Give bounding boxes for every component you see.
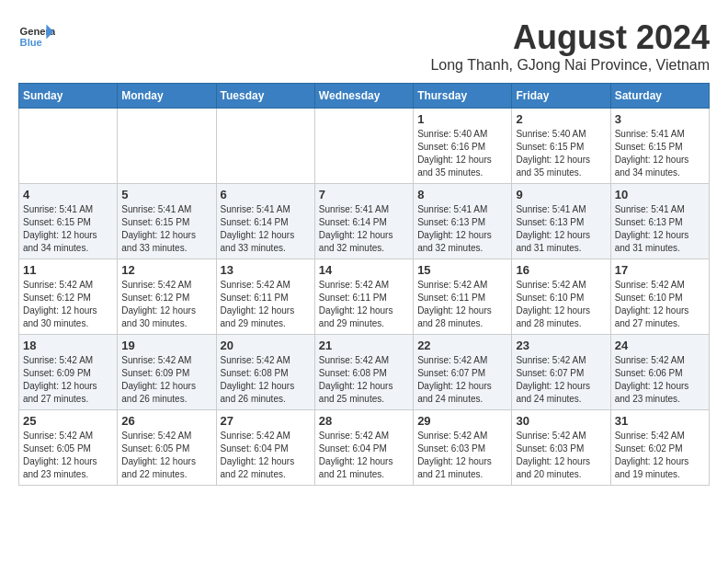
day-info: Sunrise: 5:41 AM Sunset: 6:15 PM Dayligh… [615, 128, 705, 179]
calendar-cell: 5Sunrise: 5:41 AM Sunset: 6:15 PM Daylig… [118, 184, 216, 259]
day-info: Sunrise: 5:41 AM Sunset: 6:13 PM Dayligh… [615, 203, 705, 255]
calendar-cell: 3Sunrise: 5:41 AM Sunset: 6:15 PM Daylig… [610, 109, 709, 184]
day-number: 1 [417, 112, 507, 126]
day-info: Sunrise: 5:42 AM Sunset: 6:10 PM Dayligh… [615, 279, 705, 330]
day-number: 5 [121, 188, 211, 201]
location-title: Long Thanh, GJong Nai Province, Vietnam [430, 57, 710, 74]
day-info: Sunrise: 5:41 AM Sunset: 6:13 PM Dayligh… [516, 203, 606, 255]
calendar-cell: 27Sunrise: 5:42 AM Sunset: 6:04 PM Dayli… [216, 410, 314, 486]
calendar-cell: 21Sunrise: 5:42 AM Sunset: 6:08 PM Dayli… [314, 335, 413, 410]
calendar-cell: 1Sunrise: 5:40 AM Sunset: 6:16 PM Daylig… [414, 109, 512, 184]
day-number: 22 [417, 339, 507, 352]
day-info: Sunrise: 5:42 AM Sunset: 6:02 PM Dayligh… [615, 430, 705, 481]
calendar-cell [314, 109, 413, 184]
day-number: 6 [221, 188, 311, 201]
calendar-cell: 22Sunrise: 5:42 AM Sunset: 6:07 PM Dayli… [414, 335, 512, 410]
day-info: Sunrise: 5:42 AM Sunset: 6:11 PM Dayligh… [417, 279, 507, 330]
day-number: 31 [615, 414, 705, 428]
calendar-week-row: 4Sunrise: 5:41 AM Sunset: 6:15 PM Daylig… [19, 184, 710, 259]
calendar-week-row: 25Sunrise: 5:42 AM Sunset: 6:05 PM Dayli… [19, 410, 710, 486]
weekday-header: Wednesday [314, 84, 413, 109]
day-info: Sunrise: 5:42 AM Sunset: 6:08 PM Dayligh… [319, 354, 409, 406]
day-info: Sunrise: 5:41 AM Sunset: 6:14 PM Dayligh… [319, 203, 409, 255]
day-info: Sunrise: 5:40 AM Sunset: 6:15 PM Dayligh… [516, 128, 606, 179]
day-number: 26 [121, 414, 211, 428]
calendar-week-row: 11Sunrise: 5:42 AM Sunset: 6:12 PM Dayli… [19, 259, 710, 335]
calendar-cell: 17Sunrise: 5:42 AM Sunset: 6:10 PM Dayli… [610, 259, 709, 335]
day-number: 16 [516, 263, 606, 277]
day-number: 23 [516, 339, 606, 352]
calendar-cell: 10Sunrise: 5:41 AM Sunset: 6:13 PM Dayli… [610, 184, 709, 259]
calendar-cell: 31Sunrise: 5:42 AM Sunset: 6:02 PM Dayli… [610, 410, 709, 486]
calendar-cell: 25Sunrise: 5:42 AM Sunset: 6:05 PM Dayli… [19, 410, 118, 486]
calendar-cell: 23Sunrise: 5:42 AM Sunset: 6:07 PM Dayli… [512, 335, 610, 410]
day-info: Sunrise: 5:42 AM Sunset: 6:10 PM Dayligh… [516, 279, 606, 330]
day-number: 20 [221, 339, 311, 352]
day-info: Sunrise: 5:42 AM Sunset: 6:06 PM Dayligh… [615, 354, 705, 406]
day-number: 14 [319, 263, 409, 277]
day-number: 24 [615, 339, 705, 352]
calendar-cell [19, 109, 118, 184]
calendar-cell: 6Sunrise: 5:41 AM Sunset: 6:14 PM Daylig… [216, 184, 314, 259]
calendar-cell: 24Sunrise: 5:42 AM Sunset: 6:06 PM Dayli… [610, 335, 709, 410]
day-info: Sunrise: 5:42 AM Sunset: 6:09 PM Dayligh… [23, 354, 113, 406]
day-number: 10 [615, 188, 705, 201]
weekday-header: Saturday [610, 84, 709, 109]
day-info: Sunrise: 5:41 AM Sunset: 6:15 PM Dayligh… [121, 203, 211, 255]
day-number: 18 [23, 339, 113, 352]
day-info: Sunrise: 5:42 AM Sunset: 6:03 PM Dayligh… [516, 430, 606, 481]
day-info: Sunrise: 5:42 AM Sunset: 6:09 PM Dayligh… [121, 354, 211, 406]
calendar-cell: 15Sunrise: 5:42 AM Sunset: 6:11 PM Dayli… [414, 259, 512, 335]
day-number: 8 [417, 188, 507, 201]
weekday-header: Monday [118, 84, 216, 109]
day-number: 13 [221, 263, 311, 277]
calendar-cell: 18Sunrise: 5:42 AM Sunset: 6:09 PM Dayli… [19, 335, 118, 410]
calendar-cell: 13Sunrise: 5:42 AM Sunset: 6:11 PM Dayli… [216, 259, 314, 335]
weekday-header: Thursday [414, 84, 512, 109]
day-info: Sunrise: 5:42 AM Sunset: 6:12 PM Dayligh… [23, 279, 113, 330]
header-row: SundayMondayTuesdayWednesdayThursdayFrid… [19, 84, 710, 109]
day-info: Sunrise: 5:41 AM Sunset: 6:15 PM Dayligh… [23, 203, 113, 255]
calendar-cell: 20Sunrise: 5:42 AM Sunset: 6:08 PM Dayli… [216, 335, 314, 410]
calendar-cell: 28Sunrise: 5:42 AM Sunset: 6:04 PM Dayli… [314, 410, 413, 486]
day-info: Sunrise: 5:42 AM Sunset: 6:04 PM Dayligh… [221, 430, 311, 481]
calendar-cell: 7Sunrise: 5:41 AM Sunset: 6:14 PM Daylig… [314, 184, 413, 259]
day-number: 15 [417, 263, 507, 277]
calendar-cell: 19Sunrise: 5:42 AM Sunset: 6:09 PM Dayli… [118, 335, 216, 410]
calendar-cell: 12Sunrise: 5:42 AM Sunset: 6:12 PM Dayli… [118, 259, 216, 335]
calendar-cell: 9Sunrise: 5:41 AM Sunset: 6:13 PM Daylig… [512, 184, 610, 259]
day-info: Sunrise: 5:42 AM Sunset: 6:08 PM Dayligh… [221, 354, 311, 406]
day-info: Sunrise: 5:40 AM Sunset: 6:16 PM Dayligh… [417, 128, 507, 179]
calendar-cell: 11Sunrise: 5:42 AM Sunset: 6:12 PM Dayli… [19, 259, 118, 335]
day-number: 3 [615, 112, 705, 126]
weekday-header: Sunday [19, 84, 118, 109]
day-number: 28 [319, 414, 409, 428]
day-number: 21 [319, 339, 409, 352]
calendar-cell: 14Sunrise: 5:42 AM Sunset: 6:11 PM Dayli… [314, 259, 413, 335]
day-number: 4 [23, 188, 113, 201]
calendar-cell: 4Sunrise: 5:41 AM Sunset: 6:15 PM Daylig… [19, 184, 118, 259]
calendar-cell: 26Sunrise: 5:42 AM Sunset: 6:05 PM Dayli… [118, 410, 216, 486]
logo: General Blue [18, 18, 55, 55]
svg-text:Blue: Blue [20, 37, 42, 48]
title-section: August 2024 Long Thanh, GJong Nai Provin… [430, 18, 710, 74]
calendar-cell: 29Sunrise: 5:42 AM Sunset: 6:03 PM Dayli… [414, 410, 512, 486]
day-number: 11 [23, 263, 113, 277]
day-number: 29 [417, 414, 507, 428]
day-info: Sunrise: 5:42 AM Sunset: 6:04 PM Dayligh… [319, 430, 409, 481]
day-number: 7 [319, 188, 409, 201]
day-number: 17 [615, 263, 705, 277]
day-info: Sunrise: 5:42 AM Sunset: 6:07 PM Dayligh… [516, 354, 606, 406]
calendar-cell [118, 109, 216, 184]
day-info: Sunrise: 5:41 AM Sunset: 6:14 PM Dayligh… [221, 203, 311, 255]
calendar-week-row: 18Sunrise: 5:42 AM Sunset: 6:09 PM Dayli… [19, 335, 710, 410]
day-info: Sunrise: 5:41 AM Sunset: 6:13 PM Dayligh… [417, 203, 507, 255]
day-number: 9 [516, 188, 606, 201]
logo-icon: General Blue [18, 18, 55, 55]
day-info: Sunrise: 5:42 AM Sunset: 6:11 PM Dayligh… [221, 279, 311, 330]
day-number: 27 [221, 414, 311, 428]
day-info: Sunrise: 5:42 AM Sunset: 6:03 PM Dayligh… [417, 430, 507, 481]
day-number: 12 [121, 263, 211, 277]
calendar-week-row: 1Sunrise: 5:40 AM Sunset: 6:16 PM Daylig… [19, 109, 710, 184]
page-header: General Blue August 2024 Long Thanh, GJo… [18, 18, 710, 74]
